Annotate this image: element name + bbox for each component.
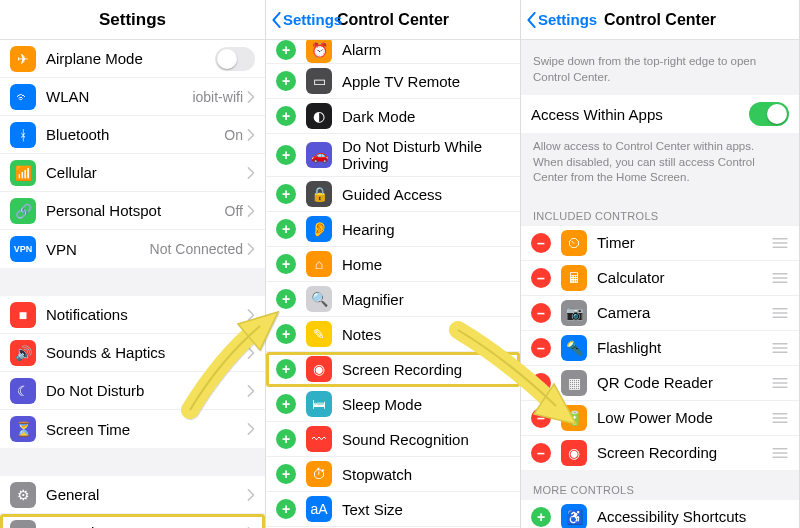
chevron-right-icon [247, 167, 255, 179]
add-button[interactable]: + [276, 429, 296, 449]
magnify-icon: 🔍 [306, 286, 332, 312]
settings-row-wlan[interactable]: ᯤWLANiobit-wifi [0, 78, 265, 116]
battery-icon: 🔋 [561, 405, 587, 431]
row-label: Stopwatch [342, 466, 510, 483]
drag-handle-icon[interactable] [771, 412, 789, 424]
add-control-row-stopwatch[interactable]: +⏱Stopwatch [266, 457, 520, 492]
add-control-row-guided-access[interactable]: +🔒Guided Access [266, 177, 520, 212]
access-toggle[interactable] [749, 102, 789, 126]
row-label: Camera [597, 304, 765, 321]
row-label: Control Center [46, 524, 247, 528]
drag-handle-icon[interactable] [771, 272, 789, 284]
row-label: WLAN [46, 88, 192, 105]
row-label: Home [342, 256, 510, 273]
add-button[interactable]: + [276, 106, 296, 126]
drag-handle-icon[interactable] [771, 237, 789, 249]
remote-icon: ▭ [306, 68, 332, 94]
remove-button[interactable]: – [531, 373, 551, 393]
remove-button[interactable]: – [531, 268, 551, 288]
access-label: Access Within Apps [531, 106, 749, 123]
add-button[interactable]: + [276, 219, 296, 239]
add-button[interactable]: + [276, 394, 296, 414]
included-row-calculator[interactable]: –🖩Calculator [521, 261, 799, 296]
remove-button[interactable]: – [531, 443, 551, 463]
add-button[interactable]: + [276, 145, 296, 165]
add-control-row-sound-recognition[interactable]: +〰Sound Recognition [266, 422, 520, 457]
add-control-row-notes[interactable]: +✎Notes [266, 317, 520, 352]
control-center-panel: Settings Control Center Swipe down from … [521, 0, 800, 528]
add-control-row-dark-mode[interactable]: +◐Dark Mode [266, 99, 520, 134]
row-value: On [224, 127, 243, 143]
settings-row-control-center[interactable]: ⎚Control Center [0, 514, 265, 528]
settings-row-airplane-mode[interactable]: ✈Airplane Mode [0, 40, 265, 78]
row-label: Personal Hotspot [46, 202, 225, 219]
row-label: Sleep Mode [342, 396, 510, 413]
add-button[interactable]: + [276, 499, 296, 519]
included-row-screen-recording[interactable]: –◉Screen Recording [521, 436, 799, 470]
drag-handle-icon[interactable] [771, 447, 789, 459]
chevron-right-icon [247, 385, 255, 397]
remove-button[interactable]: – [531, 233, 551, 253]
settings-row-personal-hotspot[interactable]: 🔗Personal HotspotOff [0, 192, 265, 230]
wave-icon: 〰 [306, 426, 332, 452]
add-control-row-hearing[interactable]: +👂Hearing [266, 212, 520, 247]
timer-icon: ⏲ [561, 230, 587, 256]
access-within-apps-row[interactable]: Access Within Apps [521, 95, 799, 133]
text-icon: aA [306, 496, 332, 522]
settings-row-screen-time[interactable]: ⏳Screen Time [0, 410, 265, 448]
back-label: Settings [538, 11, 597, 28]
back-label: Settings [283, 11, 342, 28]
record-icon: ◉ [561, 440, 587, 466]
notes-icon: ✎ [306, 321, 332, 347]
row-label: Accessibility Shortcuts [597, 508, 789, 525]
settings-row-sounds-haptics[interactable]: 🔊Sounds & Haptics [0, 334, 265, 372]
settings-row-notifications[interactable]: ■Notifications [0, 296, 265, 334]
included-row-timer[interactable]: –⏲Timer [521, 226, 799, 261]
chevron-right-icon [247, 243, 255, 255]
add-control-row-apple-tv-remote[interactable]: +▭Apple TV Remote [266, 64, 520, 99]
row-label: Guided Access [342, 186, 510, 203]
add-control-row-text-size[interactable]: +aAText Size [266, 492, 520, 527]
camera-icon: 📷 [561, 300, 587, 326]
chevron-right-icon [247, 129, 255, 141]
back-button[interactable]: Settings [272, 11, 342, 28]
included-row-flashlight[interactable]: –🔦Flashlight [521, 331, 799, 366]
settings-row-general[interactable]: ⚙General [0, 476, 265, 514]
add-control-row-magnifier[interactable]: +🔍Magnifier [266, 282, 520, 317]
included-row-camera[interactable]: –📷Camera [521, 296, 799, 331]
add-button[interactable]: + [276, 254, 296, 274]
add-control-row-do-not-disturb-while-driving[interactable]: +🚗Do Not Disturb While Driving [266, 134, 520, 177]
settings-row-cellular[interactable]: 📶Cellular [0, 154, 265, 192]
add-button[interactable]: + [276, 184, 296, 204]
included-row-low-power-mode[interactable]: –🔋Low Power Mode [521, 401, 799, 436]
row-label: Alarm [342, 41, 510, 58]
remove-button[interactable]: – [531, 338, 551, 358]
add-button[interactable]: + [276, 71, 296, 91]
add-button[interactable]: + [531, 507, 551, 527]
add-control-row-sleep-mode[interactable]: +🛏Sleep Mode [266, 387, 520, 422]
back-button[interactable]: Settings [527, 11, 597, 28]
remove-button[interactable]: – [531, 303, 551, 323]
vpn-icon: VPN [10, 236, 36, 262]
remove-button[interactable]: – [531, 408, 551, 428]
settings-row-bluetooth[interactable]: ᚼBluetoothOn [0, 116, 265, 154]
add-button[interactable]: + [276, 359, 296, 379]
drag-handle-icon[interactable] [771, 377, 789, 389]
add-control-row-home[interactable]: +⌂Home [266, 247, 520, 282]
row-label: Notes [342, 326, 510, 343]
drag-handle-icon[interactable] [771, 342, 789, 354]
add-button[interactable]: + [276, 289, 296, 309]
chevron-right-icon [247, 423, 255, 435]
included-row-qr-code-reader[interactable]: –▦QR Code Reader [521, 366, 799, 401]
toggle[interactable] [215, 47, 255, 71]
add-button[interactable]: + [276, 464, 296, 484]
settings-row-do-not-disturb[interactable]: ☾Do Not Disturb [0, 372, 265, 410]
row-value: Off [225, 203, 243, 219]
settings-row-vpn[interactable]: VPNVPNNot Connected [0, 230, 265, 268]
add-button[interactable]: + [276, 40, 296, 60]
drag-handle-icon[interactable] [771, 307, 789, 319]
more-row-accessibility-shortcuts[interactable]: +♿Accessibility Shortcuts [521, 500, 799, 528]
add-button[interactable]: + [276, 324, 296, 344]
add-control-row-screen-recording[interactable]: +◉Screen Recording [266, 352, 520, 387]
add-control-row-alarm[interactable]: +⏰Alarm [266, 40, 520, 64]
